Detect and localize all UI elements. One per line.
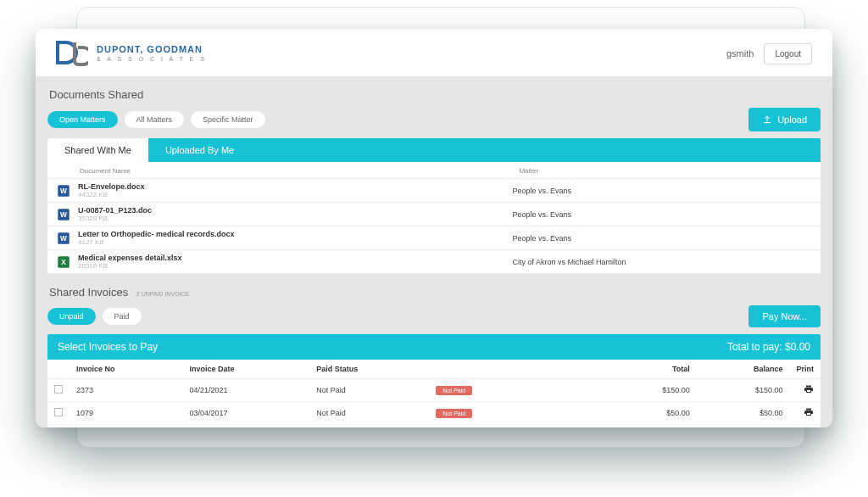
main-content: Documents Shared Open Matters All Matter…: [36, 76, 832, 427]
filter-specific-matter[interactable]: Specific Matter: [191, 111, 265, 128]
documents-filter-row: Open Matters All Matters Specific Matter…: [47, 108, 821, 131]
col-print: Print: [789, 360, 821, 379]
invoice-row: 237304/21/2021Not PaidNot Paid$150.00$15…: [47, 379, 821, 402]
documents-tabbar: Shared With Me Uploaded By Me: [47, 138, 821, 162]
invoice-balance: $50.00: [697, 402, 790, 425]
print-button[interactable]: [789, 402, 821, 425]
document-name: Letter to Orthopedic- medical records.do…: [78, 230, 513, 238]
invoice-row: 107903/04/2017Not PaidNot Paid$50.00$50.…: [47, 402, 821, 425]
word-file-icon: W: [54, 207, 73, 222]
filter-open-matters[interactable]: Open Matters: [47, 111, 118, 128]
brand-logo-icon: [56, 41, 88, 66]
upload-label: Upload: [777, 114, 807, 125]
invoice-balance: $150.00: [697, 379, 790, 402]
documents-section-title: Documents Shared: [49, 88, 819, 101]
invoices-banner: Select Invoices to Pay Total to pay: $0.…: [47, 334, 821, 360]
pay-now-button[interactable]: Pay Now...: [748, 305, 821, 327]
upload-icon: [762, 114, 772, 126]
invoice-status: Not Paid: [309, 402, 429, 425]
document-name: U-0087-01_P123.doc: [78, 206, 513, 215]
col-badge: [429, 360, 537, 379]
print-button[interactable]: [789, 379, 821, 402]
document-matter: City of Akron vs Michael Hamilton: [513, 258, 812, 266]
col-balance: Balance: [697, 360, 790, 379]
invoices-table: Invoice No Invoice Date Paid Status Tota…: [47, 360, 821, 427]
invoice-date: 04/21/2021: [182, 379, 309, 402]
documents-panel: Shared With Me Uploaded By Me Document N…: [47, 138, 821, 274]
username: gsmith: [726, 48, 754, 59]
document-info: RL-Envelope.docx44322 KB: [73, 182, 513, 198]
footer-value: $200.00: [697, 425, 790, 428]
document-info: Letter to Orthopedic- medical records.do…: [73, 230, 513, 246]
col-invoice-date: Invoice Date: [182, 360, 309, 379]
filter-all-matters[interactable]: All Matters: [125, 111, 185, 128]
status-badge: Not Paid: [436, 409, 472, 418]
svg-text:W: W: [60, 211, 67, 219]
status-badge: Not Paid: [436, 386, 472, 395]
app-window: DUPONT, GOODMAN & A S S O C I A T E S gs…: [36, 29, 832, 427]
tab-shared-with-me[interactable]: Shared With Me: [47, 138, 148, 162]
invoices-filter-row: Unpaid Paid Pay Now...: [47, 305, 821, 327]
col-document-name: Document Name: [80, 167, 519, 175]
logout-button[interactable]: Logout: [764, 43, 812, 64]
invoices-panel: Select Invoices to Pay Total to pay: $0.…: [47, 334, 821, 427]
svg-text:W: W: [60, 235, 67, 243]
footer-label: Total on this page: [537, 425, 697, 428]
document-size: 44322 KB: [78, 191, 513, 198]
brand: DUPONT, GOODMAN & A S S O C I A T E S: [56, 41, 207, 66]
brand-name: DUPONT, GOODMAN: [97, 45, 207, 54]
topbar: DUPONT, GOODMAN & A S S O C I A T E S gs…: [36, 29, 832, 76]
document-row[interactable]: XMedical expenses detail.xlsx20316 KBCit…: [47, 250, 821, 274]
invoices-section-title: Shared Invoices 2 unpaid invoice: [49, 286, 819, 299]
document-row[interactable]: WRL-Envelope.docx44322 KBPeople vs. Evan…: [47, 179, 821, 203]
col-matter: Matter: [519, 167, 812, 175]
invoice-total: $50.00: [537, 402, 697, 425]
banner-total-label: Total to pay: $0.00: [727, 341, 810, 353]
document-name: RL-Envelope.docx: [78, 182, 513, 191]
word-file-icon: W: [54, 183, 73, 198]
invoice-total: $150.00: [537, 379, 697, 402]
excel-file-icon: X: [54, 254, 73, 270]
document-row[interactable]: WU-0087-01_P123.doc35328 KBPeople vs. Ev…: [47, 203, 821, 226]
svg-text:W: W: [60, 187, 67, 195]
brand-text: DUPONT, GOODMAN & A S S O C I A T E S: [97, 45, 207, 62]
invoice-no: 1079: [70, 402, 182, 425]
documents-header-row: Document Name Matter: [47, 162, 821, 179]
col-checkbox: [47, 360, 70, 379]
invoices-subnote: 2 unpaid invoice: [136, 291, 190, 297]
invoice-no: 2373: [70, 379, 182, 402]
filter-unpaid[interactable]: Unpaid: [47, 308, 96, 325]
invoice-checkbox[interactable]: [54, 385, 63, 394]
invoices-header-row: Invoice No Invoice Date Paid Status Tota…: [47, 360, 821, 379]
invoices-title-text: Shared Invoices: [49, 286, 128, 299]
invoices-footer-row: Total on this page $200.00: [47, 425, 821, 428]
document-matter: People vs. Evans: [513, 234, 812, 243]
document-info: Medical expenses detail.xlsx20316 KB: [73, 254, 513, 270]
filter-paid[interactable]: Paid: [103, 308, 142, 325]
col-invoice-no: Invoice No: [70, 360, 182, 379]
document-name: Medical expenses detail.xlsx: [78, 254, 513, 262]
banner-select-label: Select Invoices to Pay: [58, 341, 158, 353]
document-size: 4127 KB: [78, 238, 513, 246]
tab-uploaded-by-me[interactable]: Uploaded By Me: [148, 138, 251, 162]
invoice-date: 03/04/2017: [182, 402, 309, 425]
invoice-status: Not Paid: [309, 379, 429, 402]
document-matter: People vs. Evans: [513, 187, 812, 195]
document-info: U-0087-01_P123.doc35328 KB: [73, 206, 513, 222]
word-file-icon: W: [54, 231, 73, 246]
col-paid-status: Paid Status: [309, 360, 429, 379]
user-area: gsmith Logout: [726, 43, 812, 64]
brand-tagline: & A S S O C I A T E S: [97, 56, 207, 62]
document-matter: People vs. Evans: [513, 210, 812, 219]
document-size: 20316 KB: [78, 262, 513, 270]
upload-button[interactable]: Upload: [748, 108, 821, 131]
invoice-checkbox[interactable]: [54, 408, 63, 416]
col-total: Total: [537, 360, 697, 379]
svg-text:X: X: [61, 259, 66, 266]
document-size: 35328 KB: [78, 215, 513, 222]
document-row[interactable]: WLetter to Orthopedic- medical records.d…: [47, 226, 821, 250]
